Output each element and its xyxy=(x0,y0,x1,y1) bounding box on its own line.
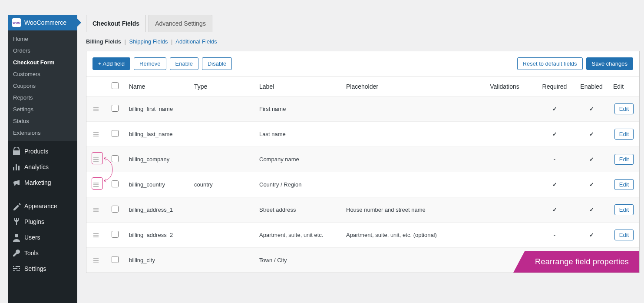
cell-name: billing_address_1 xyxy=(125,197,190,223)
table-row: billing_address_1Street addressHouse num… xyxy=(86,197,639,223)
cell-enabled: ✓ xyxy=(574,147,609,172)
row-checkbox[interactable] xyxy=(112,180,119,187)
row-checkbox[interactable] xyxy=(112,155,119,162)
sidebar-item-tools[interactable]: Tools xyxy=(8,245,77,261)
row-checkbox[interactable] xyxy=(112,256,119,263)
drag-handle-icon[interactable] xyxy=(91,233,101,237)
tab-advanced-settings[interactable]: Advanced Settings xyxy=(149,15,212,32)
sidebar-brand-label: WooCommerce xyxy=(24,19,66,26)
sidebar-item-marketing[interactable]: Marketing xyxy=(8,175,77,190)
sidebar-sub-customers[interactable]: Customers xyxy=(8,68,77,80)
column-placeholder: Placeholder xyxy=(342,77,474,97)
analytics-icon xyxy=(12,163,21,171)
subnav-link-shipping[interactable]: Shipping Fields xyxy=(129,38,168,45)
sidebar-submenu: HomeOrdersCheckout FormCustomersCouponsR… xyxy=(8,30,77,141)
select-all-checkbox[interactable] xyxy=(112,82,119,89)
cell-type xyxy=(190,197,255,223)
cell-validations xyxy=(474,197,535,223)
svg-point-9 xyxy=(15,270,17,272)
sidebar-sub-status[interactable]: Status xyxy=(8,115,77,127)
sidebar-sub-orders[interactable]: Orders xyxy=(8,45,77,57)
fields-panel: + Add field Remove Enable Disable Reset … xyxy=(86,51,640,273)
cell-type xyxy=(190,147,255,172)
cell-type xyxy=(190,223,255,248)
column-name: Name xyxy=(125,77,190,97)
sidebar-item-appearance[interactable]: Appearance xyxy=(8,198,77,214)
sidebar-sub-extensions[interactable]: Extensions xyxy=(8,127,77,139)
sidebar-sub-checkout-form[interactable]: Checkout Form xyxy=(8,57,77,68)
svg-point-7 xyxy=(14,266,16,267)
sidebar-sub-settings[interactable]: Settings xyxy=(8,103,77,115)
sidebar-item-woocommerce[interactable]: woo WooCommerce xyxy=(8,15,77,30)
cell-validations xyxy=(474,223,535,248)
row-checkbox[interactable] xyxy=(112,231,119,238)
edit-button[interactable]: Edit xyxy=(614,230,634,240)
table-row: billing_last_nameLast name✓✓Edit xyxy=(86,122,639,147)
remove-button[interactable]: Remove xyxy=(134,57,166,70)
cell-validations xyxy=(474,147,535,172)
sidebar-item-label: Plugins xyxy=(24,218,44,225)
sidebar-item-analytics[interactable]: Analytics xyxy=(8,159,77,175)
cell-required: - xyxy=(535,147,574,172)
cell-validations xyxy=(474,172,535,197)
disable-button[interactable]: Disable xyxy=(202,57,232,70)
table-row: billing_first_nameFirst name✓✓Edit xyxy=(86,97,639,122)
sidebar-sub-coupons[interactable]: Coupons xyxy=(8,80,77,92)
cell-label: Apartment, suite, unit etc. xyxy=(255,223,342,248)
svg-point-8 xyxy=(17,268,19,270)
cell-placeholder xyxy=(342,147,474,172)
drag-handle-icon[interactable] xyxy=(91,157,101,162)
column-enabled: Enabled xyxy=(574,77,609,97)
cell-placeholder: House number and street name xyxy=(342,197,474,223)
column-type: Type xyxy=(190,77,255,97)
cell-placeholder xyxy=(342,248,474,273)
cell-type xyxy=(190,122,255,147)
sidebar-item-plugins[interactable]: Plugins xyxy=(8,214,77,230)
products-icon xyxy=(12,147,21,156)
edit-button[interactable]: Edit xyxy=(614,204,634,215)
cell-enabled: ✓ xyxy=(574,172,609,197)
cell-placeholder xyxy=(342,172,474,197)
rearrange-banner: Rearrange field properties xyxy=(513,251,639,273)
cell-name: billing_address_2 xyxy=(125,223,190,248)
sidebar-item-settings[interactable]: Settings xyxy=(8,261,77,276)
row-checkbox[interactable] xyxy=(112,130,119,137)
cell-label: First name xyxy=(255,97,342,122)
enable-button[interactable]: Enable xyxy=(170,57,198,70)
table-row: billing_address_2Apartment, suite, unit … xyxy=(86,223,639,248)
subnav-link-additional[interactable]: Additional Fields xyxy=(175,38,217,45)
tab-checkout-fields[interactable]: Checkout Fields xyxy=(86,15,146,32)
edit-button[interactable]: Edit xyxy=(614,179,634,190)
column-edit: Edit xyxy=(609,77,639,97)
row-checkbox[interactable] xyxy=(112,206,119,213)
column-required: Required xyxy=(535,77,574,97)
svg-rect-1 xyxy=(16,164,17,170)
cell-required: ✓ xyxy=(535,197,574,223)
drag-handle-icon[interactable] xyxy=(91,107,101,111)
cell-label: Street address xyxy=(255,197,342,223)
sidebar-sub-home[interactable]: Home xyxy=(8,33,77,45)
column-label: Label xyxy=(255,77,342,97)
add-field-button[interactable]: + Add field xyxy=(92,57,130,70)
cell-label: Company name xyxy=(255,147,342,172)
edit-button[interactable]: Edit xyxy=(614,103,634,114)
cell-name: billing_company xyxy=(125,147,190,172)
cell-name: billing_first_name xyxy=(125,97,190,122)
drag-handle-icon[interactable] xyxy=(91,258,101,263)
edit-button[interactable]: Edit xyxy=(614,129,634,140)
sidebar-sub-reports[interactable]: Reports xyxy=(8,92,77,103)
drag-handle-icon[interactable] xyxy=(91,208,101,212)
sidebar-item-users[interactable]: Users xyxy=(8,230,77,245)
edit-button[interactable]: Edit xyxy=(614,154,634,165)
save-button[interactable]: Save changes xyxy=(586,57,633,70)
tabs-nav: Checkout FieldsAdvanced Settings xyxy=(86,15,640,32)
sidebar-item-products[interactable]: Products xyxy=(8,143,77,159)
drag-handle-icon[interactable] xyxy=(91,183,101,187)
cell-label: Town / City xyxy=(255,248,342,273)
tools-icon xyxy=(12,249,21,257)
cell-type: country xyxy=(190,172,255,197)
reset-button[interactable]: Reset to default fields xyxy=(517,57,583,70)
drag-handle-icon[interactable] xyxy=(91,132,101,137)
marketing-icon xyxy=(12,178,21,187)
row-checkbox[interactable] xyxy=(112,105,119,112)
